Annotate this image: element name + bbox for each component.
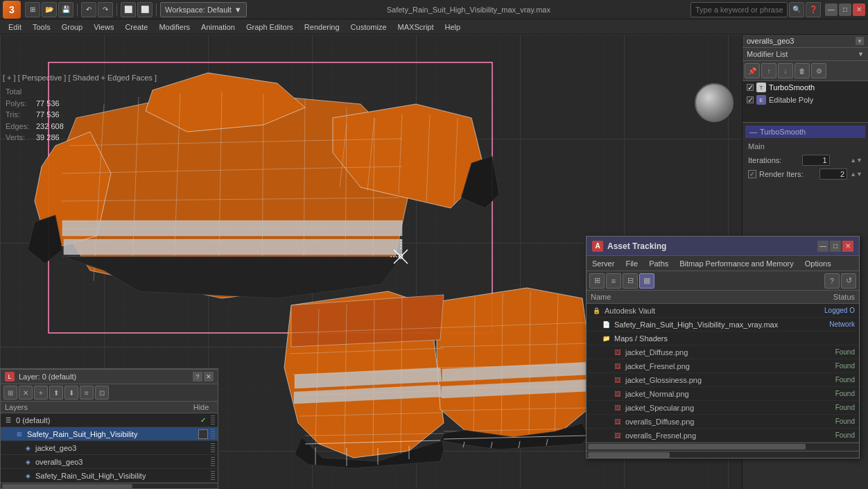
turbosmooth-header[interactable]: — TurboSmooth (745, 126, 865, 138)
list-item[interactable]: 🖼 jacket_Normal.png Found (587, 387, 859, 401)
menu-create[interactable]: Create (119, 19, 153, 35)
list-item[interactable]: 🖼 overalls_Diffuse.png Found (587, 415, 859, 429)
list-item[interactable]: 🖼 jacket_Diffuse.png Found (587, 345, 859, 359)
minimize-button[interactable]: — (825, 3, 837, 16)
tb2[interactable]: ⬜ (137, 2, 153, 17)
close-button[interactable]: ✕ (853, 3, 865, 16)
menu-maxscript[interactable]: MAXScript (392, 19, 440, 35)
menu-help[interactable]: Help (440, 19, 467, 35)
asset-menu-options[interactable]: Options (799, 258, 837, 269)
asset-help-btn[interactable]: ? (824, 273, 840, 289)
help-btn[interactable]: ❓ (806, 2, 821, 17)
layer-default-check[interactable]: ✓ (198, 415, 208, 425)
list-item[interactable]: ⊞ Safety_Rain_Suit_High_Visibility (1, 427, 218, 441)
preview-sphere[interactable] (693, 82, 735, 123)
asset-maximize-btn[interactable]: □ (830, 241, 841, 252)
configure-btn[interactable]: ⚙ (811, 63, 826, 78)
menu-modifiers[interactable]: Modifiers (153, 19, 196, 35)
layer-move-down-btn[interactable]: ⬇ (64, 386, 78, 400)
list-item[interactable]: 🖼 overalls_Fresnel.png Found (587, 429, 859, 443)
menu-views[interactable]: Views (88, 19, 119, 35)
pin-stack-btn[interactable]: 📌 (745, 63, 760, 78)
menu-rendering[interactable]: Rendering (299, 19, 345, 35)
layer-extra-btn[interactable]: ≡ (80, 386, 94, 400)
layer-help-btn[interactable]: ? (193, 372, 202, 381)
layer-header-row: Layers Hide (1, 402, 218, 413)
img5-name: jacket_Specular.png (625, 404, 799, 412)
asset-scrollbar2-thumb[interactable] (588, 452, 670, 458)
list-item[interactable]: ◈ Safety_Rain_Suit_High_Visibility (1, 469, 218, 483)
layer-extra2-btn[interactable]: ⊡ (95, 386, 109, 400)
asset-menu-paths[interactable]: Paths (643, 258, 674, 269)
ts-render-iters-input[interactable] (819, 169, 847, 180)
list-item[interactable]: ◈ jacket_geo3 (1, 441, 218, 455)
undo-btn[interactable]: ↶ (81, 2, 96, 17)
asset-minimize-btn[interactable]: — (817, 241, 828, 252)
editablepoly-checkbox[interactable]: ✓ (747, 96, 754, 103)
object-name-dropdown[interactable]: ▼ (856, 37, 864, 45)
modifier-list-bar[interactable]: Modifier List ▼ (743, 48, 868, 61)
turbosmooth-checkbox[interactable]: ✓ (747, 84, 754, 91)
asset-btn1[interactable]: ⊞ (589, 273, 605, 289)
move-down-btn[interactable]: ↓ (778, 63, 793, 78)
turbosmooth-icon: T (756, 83, 766, 92)
ts-iterations-spinner[interactable]: ▲▼ (850, 157, 862, 164)
menu-customize[interactable]: Customize (345, 19, 392, 35)
layer-move-up-btn[interactable]: ⬆ (49, 386, 63, 400)
list-item[interactable]: 📄 Safety_Rain_Suit_High_Visibility_max_v… (587, 318, 859, 332)
maximize-button[interactable]: □ (839, 3, 851, 16)
move-up-btn[interactable]: ↑ (761, 63, 776, 78)
open-btn[interactable]: 📂 (42, 2, 57, 17)
workspace-dropdown[interactable]: Workspace: Default ▼ (160, 2, 247, 17)
asset-scrollbar[interactable] (587, 443, 859, 449)
save-btn[interactable]: 💾 (58, 2, 73, 17)
asset-btn2[interactable]: ≡ (606, 273, 621, 289)
maps-folder-icon: 📁 (600, 334, 611, 343)
list-item[interactable]: 🖼 jacket_Glossiness.png Found (587, 373, 859, 387)
modifier-turbosmooth[interactable]: ✓ T TurboSmooth (743, 81, 868, 94)
asset-btn4[interactable]: ▦ (639, 273, 654, 289)
list-item[interactable]: 🔒 Autodesk Vault Logged O (587, 304, 859, 318)
asset-close-btn[interactable]: ✕ (842, 241, 853, 252)
layer-close-btn[interactable]: ✕ (204, 372, 214, 381)
layer-group-box[interactable] (198, 429, 208, 439)
asset-menu-file[interactable]: File (620, 258, 643, 269)
search-btn[interactable]: 🔍 (789, 2, 804, 17)
list-item[interactable]: ◈ overalls_geo3 (1, 455, 218, 469)
layer-delete-btn[interactable]: ✕ (19, 386, 33, 400)
ts-render-iters-label: Render Iters: (759, 170, 804, 178)
delete-mod-btn[interactable]: 🗑 (795, 63, 810, 78)
asset-scrollbar2[interactable] (587, 451, 859, 458)
asset-btn3[interactable]: ⊟ (623, 273, 638, 289)
ts-iterations-input[interactable] (802, 155, 830, 166)
ts-render-iters-spinner[interactable]: ▲▼ (850, 171, 862, 178)
list-item[interactable]: ☰ 0 (default) ✓ (1, 413, 218, 427)
ts-render-checkbox[interactable]: ✓ (748, 170, 756, 178)
asset-table-header: Name Status (587, 291, 859, 304)
tb1[interactable]: ⬜ (121, 2, 136, 17)
img7-name: overalls_Fresnel.png (625, 431, 799, 440)
list-item[interactable]: 🖼 jacket_Specular.png Found (587, 401, 859, 415)
menu-group[interactable]: Group (56, 19, 89, 35)
menu-edit[interactable]: Edit (3, 19, 27, 35)
layer-scrollbar-thumb[interactable] (2, 484, 132, 488)
menu-tools[interactable]: Tools (27, 19, 56, 35)
list-item[interactable]: 📁 Maps / Shaders (587, 332, 859, 345)
menu-animation[interactable]: Animation (196, 19, 241, 35)
layer-select-all-btn[interactable]: ⊞ (3, 386, 17, 400)
menu-graph-editors[interactable]: Graph Editors (241, 19, 299, 35)
layer-add-btn[interactable]: + (34, 386, 48, 400)
asset-menu-bar: Server File Paths Bitmap Performance and… (587, 256, 859, 271)
ts-iterations-label: Iterations: (748, 156, 781, 164)
list-item[interactable]: 🖼 jacket_Fresnel.png Found (587, 359, 859, 373)
layer-scrollbar[interactable] (1, 483, 218, 488)
asset-menu-bitmap[interactable]: Bitmap Performance and Memory (674, 258, 799, 269)
asset-scrollbar-thumb[interactable] (588, 444, 806, 449)
new-btn[interactable]: ⊞ (25, 2, 40, 17)
modifier-toolbar: 📌 ↑ ↓ 🗑 ⚙ (743, 61, 868, 81)
search-input[interactable] (691, 2, 788, 17)
redo-btn[interactable]: ↷ (98, 2, 113, 17)
modifier-editable-poly[interactable]: ✓ E Editable Poly (743, 94, 868, 106)
asset-menu-server[interactable]: Server (587, 258, 620, 269)
asset-refresh-btn[interactable]: ↺ (841, 273, 856, 289)
